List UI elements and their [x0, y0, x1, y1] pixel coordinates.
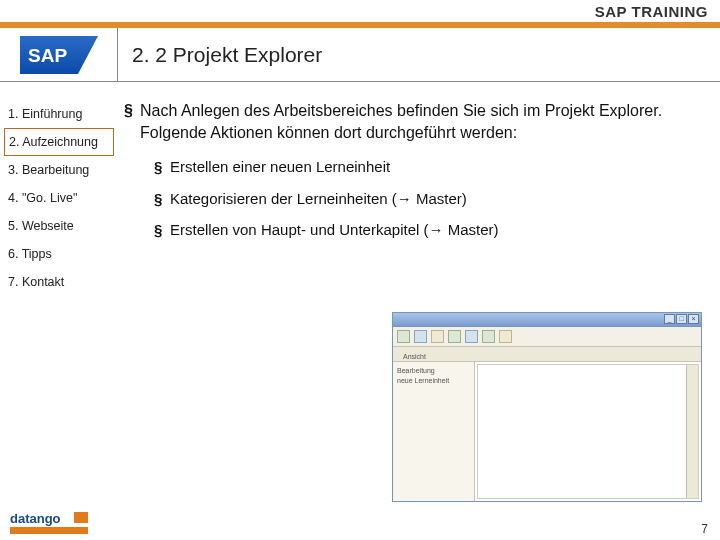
bullet-text-2: Kategorisieren der Lerneinheiten (→ Mast…: [170, 189, 467, 209]
toolbar-icon: [414, 330, 427, 343]
sidebar-item-bearbeitung[interactable]: 3. Bearbeitung: [0, 156, 118, 184]
window-tab: Ansicht: [397, 352, 432, 361]
svg-text:SAP: SAP: [28, 45, 67, 66]
sap-logo: SAP: [0, 28, 118, 81]
bullet-text-3: Erstellen von Haupt- und Unterkapitel (→…: [170, 220, 498, 240]
toolbar-icon: [431, 330, 444, 343]
sidebar-item-einfuehrung[interactable]: 1. Einführung: [0, 100, 118, 128]
bullet-icon: §: [154, 157, 170, 177]
sidebar: 1. Einführung 2. Aufzeichnung 3. Bearbei…: [0, 82, 118, 506]
sidebar-item-kontakt[interactable]: 7. Kontakt: [0, 268, 118, 296]
maximize-icon: □: [676, 314, 687, 324]
sidebar-item-tipps[interactable]: 6. Tipps: [0, 240, 118, 268]
toolbar-icon: [397, 330, 410, 343]
close-icon: ×: [688, 314, 699, 324]
header-title: SAP TRAINING: [595, 3, 708, 20]
sidebar-item-golive[interactable]: 4. "Go. Live": [0, 184, 118, 212]
sidebar-item-aufzeichnung[interactable]: 2. Aufzeichnung: [4, 128, 114, 156]
sidebar-item-webseite[interactable]: 5. Webseite: [0, 212, 118, 240]
window-main-panel: [477, 364, 699, 499]
minimize-icon: _: [664, 314, 675, 324]
window-toolbar: [393, 327, 701, 347]
svg-rect-4: [10, 527, 88, 534]
embedded-screenshot: _ □ × Ansicht Be: [392, 312, 702, 502]
toolbar-icon: [499, 330, 512, 343]
svg-rect-3: [74, 512, 88, 523]
window-tabs: Ansicht: [393, 347, 701, 361]
bullet-icon: §: [154, 220, 170, 240]
datango-logo: datango: [10, 510, 92, 536]
toolbar-icon: [482, 330, 495, 343]
page-title: 2. 2 Projekt Explorer: [118, 43, 322, 67]
page-number: 7: [701, 522, 708, 536]
window-titlebar: _ □ ×: [393, 313, 701, 327]
toolbar-icon: [465, 330, 478, 343]
intro-text: Nach Anlegen des Arbeitsbereiches befind…: [140, 100, 702, 143]
toolbar-icon: [448, 330, 461, 343]
svg-text:datango: datango: [10, 511, 61, 526]
window-side-panel: Bearbeitung neue Lerneinheit: [393, 362, 475, 501]
bullet-text-1: Erstellen einer neuen Lerneinheit: [170, 157, 390, 177]
bullet-icon: §: [124, 100, 140, 143]
main-content: § Nach Anlegen des Arbeitsbereiches befi…: [118, 82, 720, 506]
bullet-icon: §: [154, 189, 170, 209]
